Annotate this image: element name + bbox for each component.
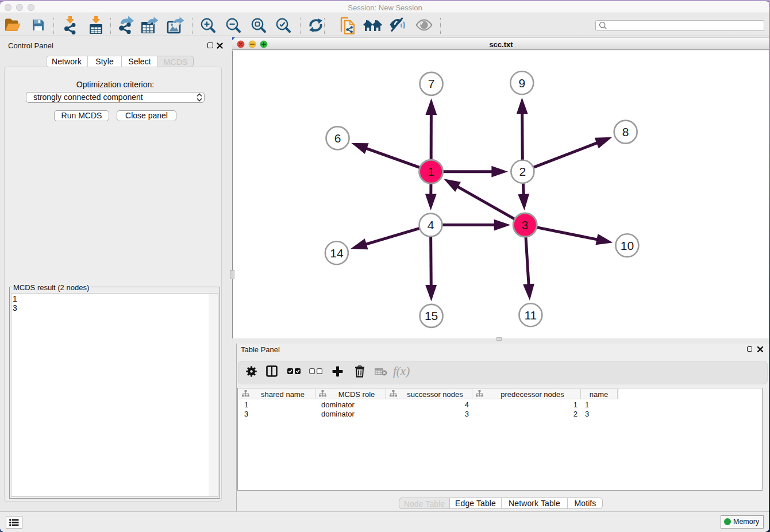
svg-text:11: 11: [524, 309, 537, 322]
svg-text:9: 9: [518, 76, 525, 90]
svg-text:1: 1: [428, 165, 434, 178]
svg-text:14: 14: [330, 246, 344, 260]
svg-text:7: 7: [428, 77, 435, 90]
svg-text:8: 8: [622, 125, 629, 138]
svg-text:2: 2: [519, 165, 526, 178]
svg-text:6: 6: [334, 132, 341, 145]
svg-text:10: 10: [621, 239, 634, 252]
svg-text:3: 3: [522, 218, 529, 232]
svg-text:15: 15: [425, 309, 438, 322]
svg-text:4: 4: [428, 218, 434, 232]
